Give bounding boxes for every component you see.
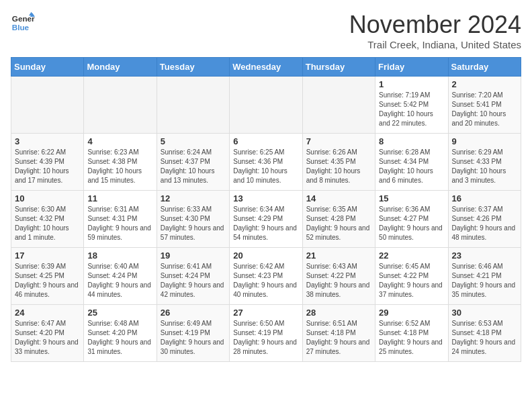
day-info: Sunrise: 6:52 AM Sunset: 4:18 PM Dayligh…	[379, 319, 444, 357]
month-title: November 2024	[349, 11, 521, 39]
calendar-table: SundayMondayTuesdayWednesdayThursdayFrid…	[11, 57, 521, 362]
calendar-cell: 17Sunrise: 6:39 AM Sunset: 4:25 PM Dayli…	[11, 248, 84, 305]
day-number: 16	[452, 193, 517, 203]
calendar-cell	[157, 77, 229, 134]
day-number: 4	[87, 136, 152, 146]
day-info: Sunrise: 6:43 AM Sunset: 4:22 PM Dayligh…	[306, 262, 371, 300]
title-area: November 2024 Trail Creek, Indiana, Unit…	[349, 11, 521, 50]
day-number: 17	[15, 250, 80, 261]
calendar-cell: 18Sunrise: 6:40 AM Sunset: 4:24 PM Dayli…	[84, 248, 157, 305]
calendar-cell: 15Sunrise: 6:36 AM Sunset: 4:27 PM Dayli…	[375, 191, 448, 248]
day-number: 29	[379, 308, 444, 318]
svg-text:Blue: Blue	[12, 23, 30, 32]
day-info: Sunrise: 6:25 AM Sunset: 4:36 PM Dayligh…	[233, 148, 298, 185]
location-title: Trail Creek, Indiana, United States	[349, 39, 521, 50]
day-number: 5	[161, 136, 226, 146]
day-number: 28	[306, 308, 371, 318]
calendar-cell: 9Sunrise: 6:29 AM Sunset: 4:33 PM Daylig…	[448, 134, 521, 191]
day-number: 13	[233, 193, 298, 203]
day-number: 1	[379, 79, 444, 89]
day-info: Sunrise: 6:51 AM Sunset: 4:18 PM Dayligh…	[306, 319, 371, 357]
day-info: Sunrise: 6:47 AM Sunset: 4:20 PM Dayligh…	[15, 319, 80, 357]
day-number: 2	[452, 79, 517, 89]
day-number: 11	[87, 193, 152, 203]
day-info: Sunrise: 6:39 AM Sunset: 4:25 PM Dayligh…	[15, 262, 80, 300]
header-tuesday: Tuesday	[157, 58, 229, 77]
calendar-cell: 5Sunrise: 6:24 AM Sunset: 4:37 PM Daylig…	[157, 134, 229, 191]
calendar-cell: 25Sunrise: 6:48 AM Sunset: 4:20 PM Dayli…	[84, 305, 157, 362]
day-info: Sunrise: 6:30 AM Sunset: 4:32 PM Dayligh…	[15, 205, 80, 242]
calendar-cell	[11, 77, 84, 134]
calendar-cell: 26Sunrise: 6:49 AM Sunset: 4:19 PM Dayli…	[157, 305, 229, 362]
calendar-cell: 7Sunrise: 6:26 AM Sunset: 4:35 PM Daylig…	[302, 134, 375, 191]
day-info: Sunrise: 6:31 AM Sunset: 4:31 PM Dayligh…	[87, 205, 152, 242]
day-number: 25	[87, 308, 152, 318]
header-friday: Friday	[375, 58, 448, 77]
calendar-cell: 19Sunrise: 6:41 AM Sunset: 4:24 PM Dayli…	[157, 248, 229, 305]
day-number: 8	[379, 136, 444, 146]
day-info: Sunrise: 6:34 AM Sunset: 4:29 PM Dayligh…	[233, 205, 298, 242]
calendar-header-row: SundayMondayTuesdayWednesdayThursdayFrid…	[11, 58, 521, 77]
day-info: Sunrise: 7:20 AM Sunset: 5:41 PM Dayligh…	[452, 91, 517, 128]
day-info: Sunrise: 6:46 AM Sunset: 4:21 PM Dayligh…	[452, 262, 517, 300]
day-info: Sunrise: 6:42 AM Sunset: 4:23 PM Dayligh…	[233, 262, 298, 300]
calendar-cell: 30Sunrise: 6:53 AM Sunset: 4:18 PM Dayli…	[448, 305, 521, 362]
day-number: 21	[306, 250, 371, 261]
day-info: Sunrise: 6:26 AM Sunset: 4:35 PM Dayligh…	[306, 148, 371, 185]
day-number: 3	[15, 136, 80, 146]
calendar-cell	[230, 77, 302, 134]
calendar-cell: 27Sunrise: 6:50 AM Sunset: 4:19 PM Dayli…	[230, 305, 302, 362]
calendar-cell: 6Sunrise: 6:25 AM Sunset: 4:36 PM Daylig…	[230, 134, 302, 191]
calendar-cell: 29Sunrise: 6:52 AM Sunset: 4:18 PM Dayli…	[375, 305, 448, 362]
day-info: Sunrise: 6:23 AM Sunset: 4:38 PM Dayligh…	[87, 148, 152, 185]
day-info: Sunrise: 6:50 AM Sunset: 4:19 PM Dayligh…	[233, 319, 298, 357]
calendar-week-3: 17Sunrise: 6:39 AM Sunset: 4:25 PM Dayli…	[11, 248, 521, 305]
calendar-cell: 12Sunrise: 6:33 AM Sunset: 4:30 PM Dayli…	[157, 191, 229, 248]
day-number: 9	[452, 136, 517, 146]
calendar-cell: 23Sunrise: 6:46 AM Sunset: 4:21 PM Dayli…	[448, 248, 521, 305]
day-info: Sunrise: 6:41 AM Sunset: 4:24 PM Dayligh…	[161, 262, 226, 300]
day-info: Sunrise: 6:36 AM Sunset: 4:27 PM Dayligh…	[379, 205, 444, 242]
calendar-cell: 2Sunrise: 7:20 AM Sunset: 5:41 PM Daylig…	[448, 77, 521, 134]
day-number: 23	[452, 250, 517, 261]
day-info: Sunrise: 6:45 AM Sunset: 4:22 PM Dayligh…	[379, 262, 444, 300]
day-info: Sunrise: 6:49 AM Sunset: 4:19 PM Dayligh…	[161, 319, 226, 357]
day-info: Sunrise: 6:29 AM Sunset: 4:33 PM Dayligh…	[452, 148, 517, 185]
day-number: 26	[161, 308, 226, 318]
calendar-cell: 20Sunrise: 6:42 AM Sunset: 4:23 PM Dayli…	[230, 248, 302, 305]
calendar-cell	[302, 77, 375, 134]
page-header: General Blue November 2024 Trail Creek, …	[11, 11, 521, 50]
calendar-week-0: 1Sunrise: 7:19 AM Sunset: 5:42 PM Daylig…	[11, 77, 521, 134]
day-info: Sunrise: 6:40 AM Sunset: 4:24 PM Dayligh…	[87, 262, 152, 300]
logo: General Blue	[11, 11, 35, 35]
calendar-cell: 13Sunrise: 6:34 AM Sunset: 4:29 PM Dayli…	[230, 191, 302, 248]
calendar-cell: 10Sunrise: 6:30 AM Sunset: 4:32 PM Dayli…	[11, 191, 84, 248]
calendar-week-4: 24Sunrise: 6:47 AM Sunset: 4:20 PM Dayli…	[11, 305, 521, 362]
day-info: Sunrise: 6:37 AM Sunset: 4:26 PM Dayligh…	[452, 205, 517, 242]
header-wednesday: Wednesday	[230, 58, 302, 77]
day-info: Sunrise: 6:35 AM Sunset: 4:28 PM Dayligh…	[306, 205, 371, 242]
day-info: Sunrise: 6:53 AM Sunset: 4:18 PM Dayligh…	[452, 319, 517, 357]
calendar-cell: 1Sunrise: 7:19 AM Sunset: 5:42 PM Daylig…	[375, 77, 448, 134]
day-number: 15	[379, 193, 444, 203]
calendar-cell: 3Sunrise: 6:22 AM Sunset: 4:39 PM Daylig…	[11, 134, 84, 191]
day-info: Sunrise: 7:19 AM Sunset: 5:42 PM Dayligh…	[379, 91, 444, 128]
header-saturday: Saturday	[448, 58, 521, 77]
calendar-cell: 16Sunrise: 6:37 AM Sunset: 4:26 PM Dayli…	[448, 191, 521, 248]
header-sunday: Sunday	[11, 58, 84, 77]
day-number: 12	[161, 193, 226, 203]
day-number: 27	[233, 308, 298, 318]
day-number: 19	[161, 250, 226, 261]
day-number: 7	[306, 136, 371, 146]
calendar-week-2: 10Sunrise: 6:30 AM Sunset: 4:32 PM Dayli…	[11, 191, 521, 248]
calendar-cell: 8Sunrise: 6:28 AM Sunset: 4:34 PM Daylig…	[375, 134, 448, 191]
day-number: 10	[15, 193, 80, 203]
calendar-cell	[84, 77, 157, 134]
day-info: Sunrise: 6:22 AM Sunset: 4:39 PM Dayligh…	[15, 148, 80, 185]
day-info: Sunrise: 6:33 AM Sunset: 4:30 PM Dayligh…	[161, 205, 226, 242]
calendar-cell: 22Sunrise: 6:45 AM Sunset: 4:22 PM Dayli…	[375, 248, 448, 305]
calendar-cell: 11Sunrise: 6:31 AM Sunset: 4:31 PM Dayli…	[84, 191, 157, 248]
logo-icon: General Blue	[11, 11, 35, 35]
day-number: 18	[87, 250, 152, 261]
calendar-cell: 24Sunrise: 6:47 AM Sunset: 4:20 PM Dayli…	[11, 305, 84, 362]
